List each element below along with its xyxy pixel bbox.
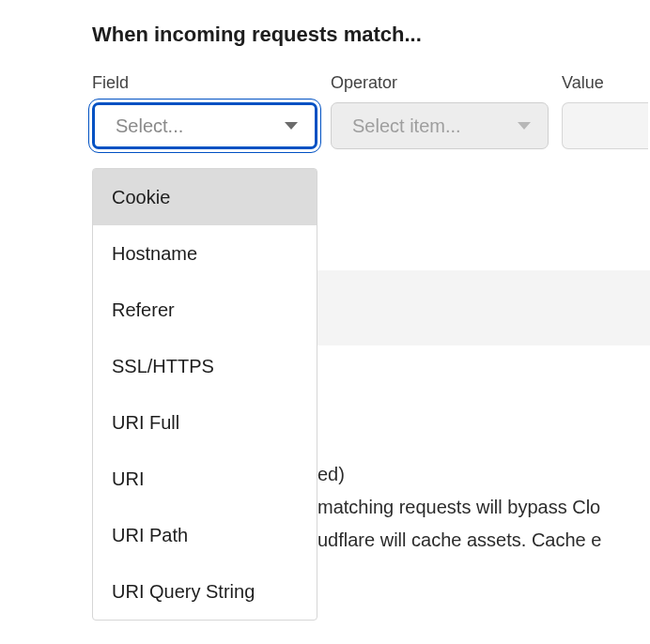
field-select[interactable]: Select... [92,102,317,149]
dropdown-item-uri[interactable]: URI [93,451,317,507]
dropdown-item-cookie[interactable]: Cookie [93,169,317,225]
chevron-down-icon [518,122,531,130]
operator-select[interactable]: Select item... [331,102,549,149]
description-line-1: matching requests will bypass Clo [317,491,601,524]
operator-label: Operator [331,73,549,93]
chevron-down-icon [285,122,298,130]
dropdown-item-uri-query-string[interactable]: URI Query String [93,563,317,620]
description-fragment-suffix: ed) [317,458,601,491]
dropdown-item-ssl-https[interactable]: SSL/HTTPS [93,338,317,394]
value-column: Value [562,73,648,149]
field-column: Field Select... Cookie Hostname Referer … [92,73,317,149]
description-line-2: udflare will cache assets. Cache e [317,524,601,557]
dropdown-item-uri-full[interactable]: URI Full [93,394,317,451]
field-select-placeholder: Select... [116,115,183,137]
section-title: When incoming requests match... [92,23,650,47]
dropdown-item-uri-path[interactable]: URI Path [93,507,317,563]
operator-select-placeholder: Select item... [352,115,461,137]
description-text: ed) matching requests will bypass Clo ud… [317,458,601,557]
rule-fields-row: Field Select... Cookie Hostname Referer … [92,73,650,149]
field-label: Field [92,73,317,93]
field-dropdown: Cookie Hostname Referer SSL/HTTPS URI Fu… [92,168,317,621]
value-input[interactable] [562,102,648,149]
operator-column: Operator Select item... [331,73,549,149]
dropdown-item-hostname[interactable]: Hostname [93,225,317,282]
dropdown-item-referer[interactable]: Referer [93,282,317,338]
value-label: Value [562,73,648,93]
